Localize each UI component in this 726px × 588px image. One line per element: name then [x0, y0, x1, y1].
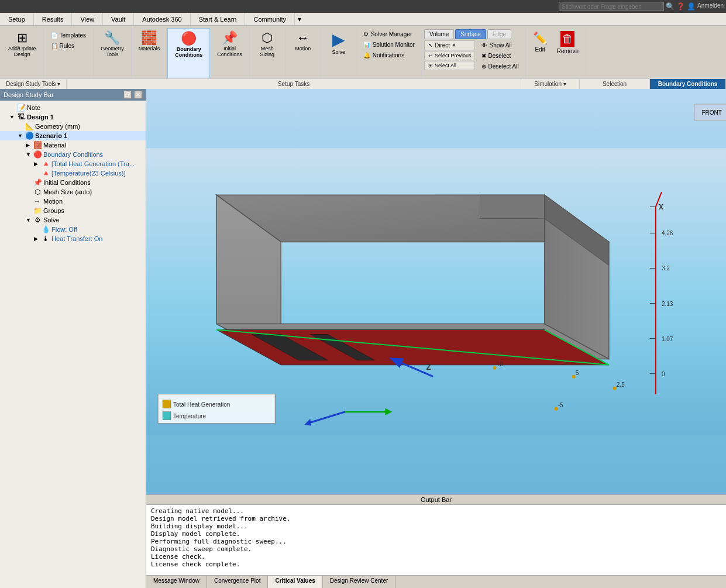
tree-item-temperature[interactable]: 🔺 [Temperature(23 Celsius)]: [0, 169, 146, 178]
tree-item-heat-gen[interactable]: ▶ 🔺 [Total Heat Generation (Tra...: [0, 159, 146, 169]
surface-button[interactable]: Surface: [455, 29, 486, 39]
section-simulation[interactable]: Simulation ▾: [521, 79, 580, 89]
3d-scene-svg: Z X 4.26 3.2: [146, 89, 726, 494]
tab-start-learn[interactable]: Start & Learn: [191, 13, 246, 25]
tree-expand-design1[interactable]: ▼: [9, 114, 15, 120]
svg-rect-43: [163, 412, 171, 420]
show-all-label: Show All: [489, 42, 511, 49]
select-all-button[interactable]: ⊞ Select All: [424, 61, 476, 70]
motion-button[interactable]: ↔ Motion: [289, 29, 317, 54]
tree-item-design1[interactable]: ▼ 🏗 Design 1: [0, 112, 146, 122]
tab-vault[interactable]: Vault: [103, 13, 134, 25]
output-line-2: Design model retrieved from archive.: [151, 515, 721, 522]
tree-item-scenario1[interactable]: ▼ 🔵 Szenario 1: [0, 131, 146, 140]
show-all-button[interactable]: 👁 Show All: [477, 40, 522, 50]
tree-expand-material[interactable]: ▶: [26, 142, 32, 148]
more-tabs-icon[interactable]: ▾: [295, 13, 304, 25]
tree-label-boundary-conditions: Boundary Conditions: [43, 151, 103, 158]
ribbon-section-labels: Design Study Tools ▾ Setup Tasks Simulat…: [0, 78, 726, 89]
edit-button[interactable]: ✏️ Edit: [529, 29, 551, 77]
output-content[interactable]: Creating native model... Design model re…: [146, 505, 726, 575]
boundary-conditions-button[interactable]: 🔴 BoundaryConditions: [171, 30, 206, 60]
initial-conditions-tree-icon: 📌: [33, 178, 42, 187]
tree-item-groups[interactable]: 📁 Groups: [0, 206, 146, 215]
sidebar-close-button[interactable]: ✕: [134, 91, 142, 99]
tab-view[interactable]: View: [72, 13, 103, 25]
boundary-conditions-label: BoundaryConditions: [175, 46, 202, 58]
top-icons: 🔍 ❓ 👤 Anmelden: [666, 2, 724, 11]
volume-button[interactable]: Volume: [424, 29, 454, 39]
tree-label-temperature: [Temperature(23 Celsius)]: [51, 170, 126, 177]
tree-item-boundary-conditions[interactable]: ▼ 🔴 Boundary Conditions: [0, 150, 146, 159]
mesh-sizing-button[interactable]: ⬡ MeshSizing: [253, 29, 281, 60]
svg-text:3.2: 3.2: [662, 265, 670, 271]
tree-item-solve[interactable]: ▼ ⚙ Solve: [0, 215, 146, 225]
login-text[interactable]: Anmelden: [697, 2, 724, 11]
tab-setup[interactable]: Setup: [0, 13, 34, 25]
tree-item-heat-transfer[interactable]: ▶ 🌡 Heat Transfer: On: [0, 234, 146, 243]
tree-item-material[interactable]: ▶ 🧱 Material: [0, 140, 146, 150]
user-icon[interactable]: 👤: [687, 2, 696, 11]
tree-expand-solve[interactable]: ▼: [26, 217, 32, 223]
tree-label-solve: Solve: [43, 216, 60, 223]
section-setup-tasks: Setup Tasks: [67, 79, 521, 89]
edge-button: Edge: [487, 29, 511, 39]
view-cube[interactable]: FRONT: [694, 104, 727, 121]
tree-expand-boundary[interactable]: ▼: [26, 152, 32, 157]
viewport-3d[interactable]: Z X 4.26 3.2: [146, 89, 726, 494]
tree-item-flow-off[interactable]: 💧 Flow: Off: [0, 225, 146, 234]
ribbon-group-solve: ▶ Solve: [321, 28, 357, 78]
solution-monitor-button[interactable]: 📊 Solution Monitor: [359, 40, 419, 50]
tree-item-mesh-size[interactable]: ⬡ Mesh Size (auto): [0, 187, 146, 197]
tree-item-motion[interactable]: ↔ Motion: [0, 197, 146, 206]
search-icon[interactable]: 🔍: [666, 2, 675, 11]
direct-column: ↖ Direct ▾ ↩ Select Previous ⊞ Select Al…: [424, 40, 476, 71]
tree-item-initial-conditions[interactable]: 📌 Initial Conditions: [0, 178, 146, 187]
geometry-tools-button[interactable]: 🔧 GeometryTools: [97, 29, 128, 60]
tab-results[interactable]: Results: [34, 13, 73, 25]
direct-icon: ↖: [428, 42, 433, 49]
select-all-label: Select All: [435, 63, 456, 68]
section-design-study-tools[interactable]: Design Study Tools ▾: [0, 79, 67, 89]
solve-tree-icon: ⚙: [33, 216, 42, 224]
tree-item-note[interactable]: 📝 Note: [0, 103, 146, 112]
tab-community[interactable]: Community: [245, 13, 295, 25]
tree-expand-heat-transfer[interactable]: ▶: [34, 236, 40, 242]
tab-autodesk360[interactable]: Autodesk 360: [134, 13, 190, 25]
geometry-icon: 📐: [25, 122, 34, 130]
tree-expand-scenario1[interactable]: ▼: [18, 133, 23, 139]
search-input[interactable]: [559, 2, 664, 11]
output-bar: Output Bar Creating native model... Desi…: [146, 494, 726, 588]
tab-convergence-plot[interactable]: Convergence Plot: [207, 576, 269, 588]
materials-button[interactable]: 🧱 Materials: [135, 29, 164, 54]
boundary-conditions-tree-icon: 🔴: [33, 150, 42, 159]
notifications-button[interactable]: 🔔 Notifications: [359, 50, 419, 60]
solver-manager-button[interactable]: ⚙ Solver Manager: [359, 29, 419, 39]
remove-button[interactable]: 🗑 Remove: [553, 29, 582, 77]
templates-button[interactable]: 📄 Templates: [47, 30, 90, 40]
tab-critical-values[interactable]: Critical Values: [268, 576, 322, 588]
add-update-label: Add/UpdateDesign: [8, 46, 36, 57]
materials-icon: 🧱: [141, 32, 157, 44]
rules-button[interactable]: 📋 Rules: [47, 41, 90, 51]
tree-label-flow-off: Flow: Off: [51, 226, 77, 233]
add-update-design-button[interactable]: ⊞ Add/UpdateDesign: [5, 29, 40, 60]
initial-conditions-button[interactable]: 📌 InitialConditions: [214, 29, 246, 60]
show-all-icon: 👁: [481, 42, 487, 49]
direct-button[interactable]: ↖ Direct ▾: [424, 40, 476, 50]
deselect-button[interactable]: ✖ Deselect: [477, 51, 522, 61]
solve-label: Solve: [332, 49, 345, 55]
help-icon[interactable]: ❓: [676, 2, 685, 11]
deselect-all-button[interactable]: ⊗ Deselect All: [477, 61, 522, 71]
select-previous-button[interactable]: ↩ Select Previous: [424, 51, 476, 60]
sidebar-restore-button[interactable]: 🗗: [123, 91, 132, 99]
tree-expand-heat-gen[interactable]: ▶: [34, 161, 40, 167]
svg-text:4.26: 4.26: [662, 230, 673, 236]
solve-button[interactable]: ▶ Solve: [325, 29, 353, 57]
svg-text:10: 10: [497, 361, 504, 367]
tree-item-geometry[interactable]: 📐 Geometry (mm): [0, 122, 146, 131]
ribbon-group-add-update: ⊞ Add/UpdateDesign: [1, 28, 44, 78]
tab-message-window[interactable]: Message Window: [146, 576, 207, 588]
selection-group: Volume Surface Edge ↖ Direct ▾ ↩ Select …: [422, 28, 526, 78]
tab-design-review-center[interactable]: Design Review Center: [323, 576, 396, 588]
